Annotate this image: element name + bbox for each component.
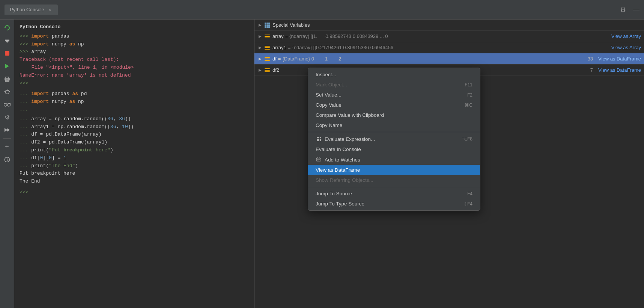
blank-3 (20, 186, 249, 189)
menu-item-evalexpr-label: Evaluate Expression... (325, 136, 375, 142)
svg-line-19 (4, 103, 4, 104)
menu-item-compare-label: Compare Value with Clipboard (316, 112, 384, 118)
menu-item-inspect-label: Inspect... (316, 72, 336, 77)
svg-marker-3 (6, 41, 9, 43)
menu-item-add-watches[interactable]: Add to Watches (308, 154, 480, 165)
minimize-icon[interactable]: — (633, 6, 639, 14)
console-output-1: Put breakpoint here (20, 170, 249, 178)
expand-array1-icon[interactable]: ▶ (257, 45, 263, 50)
settings-icon[interactable]: ⚙ (2, 112, 12, 122)
expand-df2-icon[interactable]: ▶ (257, 68, 263, 73)
menu-item-setval-label: Set Value... (316, 92, 342, 98)
special-vars-label: Special Variables (272, 22, 310, 28)
menu-item-jumpsrc-shortcut: F4 (467, 191, 472, 196)
tab-close-button[interactable]: × (47, 7, 53, 12)
clock-icon[interactable] (2, 154, 12, 165)
df2-extra: 7 (590, 67, 593, 73)
console-prompt-final: >>> (20, 189, 249, 196)
expand-df-icon[interactable]: ▶ (257, 56, 263, 62)
df-view-link[interactable]: View as DataFrame (598, 56, 641, 62)
menu-item-mark-label: Mark Object... (316, 82, 347, 88)
console-error-3: NameError: name 'array' is not defined (20, 72, 249, 80)
console-line-11: ... df2 = pd.DataFrame(array1) (20, 139, 249, 146)
menu-item-evaluate-expression[interactable]: Evaluate Expression... ⌥F8 (308, 134, 480, 144)
resume-icon[interactable] (2, 61, 12, 71)
menu-item-jumptypsrc-label: Jump To Type Source (316, 201, 364, 207)
skip-icon[interactable] (2, 125, 12, 135)
menu-item-referring-label: Show Referring Objects... (316, 177, 373, 183)
console-error-2: File "<input>", line 1, in <module> (20, 64, 249, 72)
var-row-special[interactable]: ▶ Special Variables (254, 20, 644, 31)
menu-item-copyval-shortcut: ⌘C (465, 103, 472, 108)
menu-item-jumptypsrc-shortcut: ⇧F4 (463, 201, 472, 207)
menu-item-jump-source[interactable]: Jump To Source F4 (308, 189, 480, 199)
separator-1 (308, 132, 480, 132)
console-error-1: Traceback (most recent call last): (20, 56, 249, 64)
console-line-9: ... array1 = np.random.random((36, 10)) (20, 123, 249, 131)
print-icon[interactable] (2, 74, 12, 84)
left-toolbar: ⚙ + (0, 20, 14, 308)
var-row-array1[interactable]: ▶ array1 = {ndarray} [[0.21794261 0.3091… (254, 42, 644, 53)
console-line-13: ... df[0][0] = 1 (20, 154, 249, 162)
menu-item-copy-name[interactable]: Copy Name (308, 120, 480, 130)
array1-var-icon (264, 45, 270, 51)
tab-label: Python Console (10, 7, 44, 12)
svg-point-17 (7, 103, 10, 106)
array-view-link[interactable]: View as Array (611, 33, 641, 39)
svg-rect-4 (5, 51, 9, 56)
glasses-icon[interactable] (2, 99, 12, 110)
df-var-icon (264, 56, 270, 62)
console-line-2: >>> import numpy as np (20, 41, 249, 48)
menu-item-inspect[interactable]: Inspect... (308, 69, 480, 80)
menu-item-mark-object[interactable]: Mark Object... F11 (308, 80, 480, 90)
svg-rect-1 (5, 39, 9, 39)
console-line-7: ... (20, 106, 249, 114)
menu-item-set-value[interactable]: Set Value... F2 (308, 90, 480, 100)
blank-1 (20, 87, 249, 90)
title-bar: Python Console × ⚙ — (0, 0, 644, 20)
menu-item-view-dataframe[interactable]: View as DataFrame (308, 165, 480, 175)
stop-icon[interactable] (2, 48, 12, 59)
console-line-1: >>> import pandas (20, 33, 249, 41)
svg-rect-2 (5, 40, 9, 41)
console-line-6: ... import numpy as np (20, 98, 249, 106)
menu-item-copy-value[interactable]: Copy Value ⌘C (308, 100, 480, 110)
menu-item-evalcons-label: Evaluate In Console (316, 146, 361, 152)
svg-line-25 (7, 160, 8, 161)
df2-var-name: df2 (272, 67, 279, 73)
menu-item-viewdf-label: View as DataFrame (316, 167, 360, 173)
menu-item-show-referring[interactable]: Show Referring Objects... (308, 175, 480, 185)
watch-icon (316, 157, 322, 163)
expand-special-icon[interactable]: ▶ (257, 23, 263, 28)
var-row-df[interactable]: ▶ df = {DataFrame} 0 1 2 33 View as Data… (254, 53, 644, 65)
menu-item-copyname-label: Copy Name (316, 122, 342, 128)
add-icon[interactable]: + (2, 142, 12, 152)
python-console-tab[interactable]: Python Console × (5, 5, 58, 15)
gear-icon[interactable]: ⚙ (620, 6, 626, 14)
svg-marker-22 (7, 128, 10, 132)
console-line-12: ... print("Put breakpoint here") (20, 146, 249, 154)
menu-item-evaluate-console[interactable]: Evaluate In Console (308, 144, 480, 154)
console-line-4: >>> (20, 80, 249, 88)
df-var-name: df (272, 56, 277, 62)
df2-view-link[interactable]: View as DataFrame (598, 67, 641, 73)
rerun-icon[interactable] (2, 23, 12, 33)
menu-item-jump-type-source[interactable]: Jump To Type Source ⇧F4 (308, 199, 480, 209)
menu-item-compare-clipboard[interactable]: Compare Value with Clipboard (308, 110, 480, 120)
title-bar-actions: ⚙ — (620, 6, 639, 14)
var-row-array[interactable]: ▶ array = {ndarray} [[1. 0.98592743 0.60… (254, 31, 644, 42)
console-line-3: >>> array (20, 48, 249, 56)
array-var-icon (264, 33, 270, 39)
expand-array-icon[interactable]: ▶ (257, 34, 263, 39)
menu-item-mark-shortcut: F11 (465, 82, 472, 88)
svg-marker-5 (5, 64, 9, 68)
array-var-name: array (272, 33, 284, 39)
array1-view-link[interactable]: View as Array (611, 45, 641, 50)
debug-icon[interactable] (2, 86, 12, 97)
console-line-14: ... print("The End") (20, 162, 249, 170)
evaluate-grid-icon (316, 136, 322, 142)
scroll-to-end-icon[interactable] (2, 35, 12, 46)
menu-item-jumpsrc-label: Jump To Source (316, 191, 352, 196)
console-area[interactable]: Python Console >>> import pandas >>> imp… (14, 20, 254, 308)
svg-line-20 (10, 103, 11, 104)
